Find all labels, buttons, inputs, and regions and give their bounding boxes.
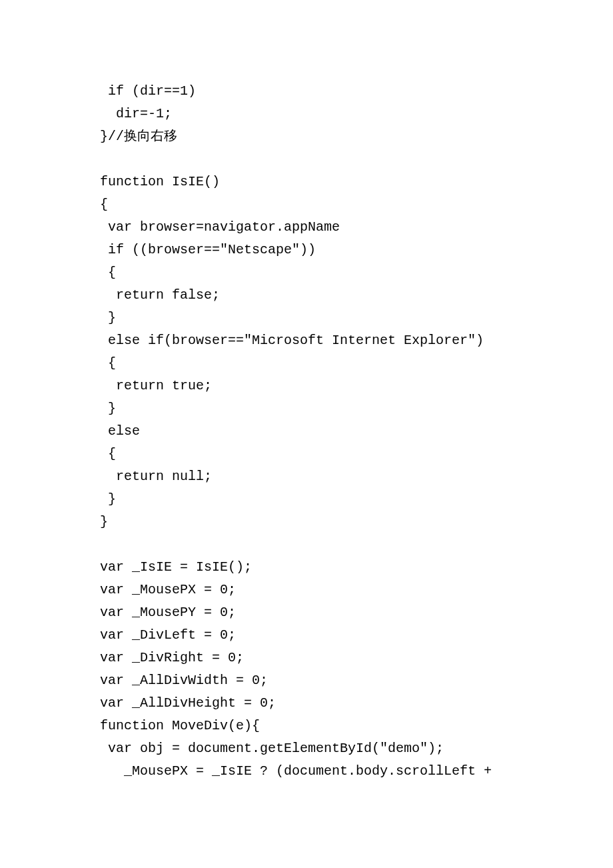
- code-line: [100, 148, 613, 171]
- code-line: {: [100, 193, 613, 216]
- code-line: var _DivRight = 0;: [100, 647, 613, 669]
- code-line: var obj = document.getElementById("demo"…: [100, 737, 613, 760]
- code-line: }: [100, 488, 613, 511]
- code-line: {: [100, 352, 613, 375]
- code-block: if (dir==1) dir=-1;}//换向右移 function IsIE…: [0, 0, 613, 783]
- code-line: dir=-1;: [100, 103, 613, 125]
- code-line: else if(browser=="Microsoft Internet Exp…: [100, 329, 613, 352]
- code-line: return true;: [100, 375, 613, 397]
- code-line: [100, 533, 613, 556]
- code-line: var _AllDivHeight = 0;: [100, 692, 613, 715]
- code-line: var _MousePY = 0;: [100, 601, 613, 624]
- code-line: var _AllDivWidth = 0;: [100, 669, 613, 692]
- code-line: else: [100, 420, 613, 443]
- code-line: {: [100, 261, 613, 284]
- code-line: var _MousePX = 0;: [100, 579, 613, 601]
- code-line: _MousePX = _IsIE ? (document.body.scroll…: [100, 760, 613, 783]
- code-line: }//换向右移: [100, 125, 613, 148]
- code-line: {: [100, 443, 613, 465]
- code-line: var _IsIE = IsIE();: [100, 556, 613, 579]
- code-line: function MoveDiv(e){: [100, 715, 613, 737]
- code-line: var _DivLeft = 0;: [100, 624, 613, 647]
- code-line: }: [100, 307, 613, 329]
- code-line: if (dir==1): [100, 80, 613, 103]
- code-line: }: [100, 397, 613, 420]
- code-line: }: [100, 511, 613, 533]
- code-line: var browser=navigator.appName: [100, 216, 613, 239]
- code-line: function IsIE(): [100, 171, 613, 193]
- code-line: return null;: [100, 465, 613, 488]
- code-line: if ((browser=="Netscape")): [100, 239, 613, 261]
- code-line: return false;: [100, 284, 613, 307]
